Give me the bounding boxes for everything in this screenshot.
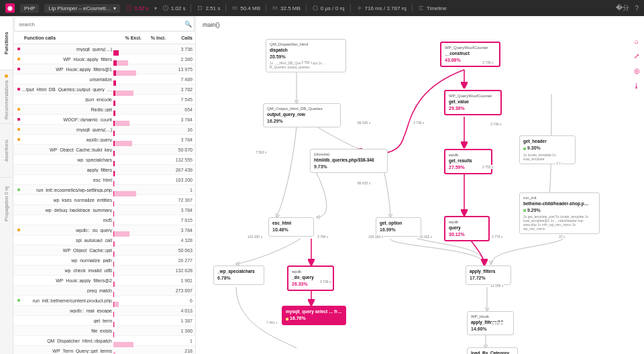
fn-name: Redis::get <box>21 107 113 112</box>
node-getoption[interactable]: get_option 16.99% <box>376 217 421 237</box>
node-applyfilters[interactable]: apply_filters 17.72% <box>466 266 511 285</box>
edge-label: 103 169 x <box>368 235 384 239</box>
node-eschtml[interactable]: esc_html 10.48% <box>268 217 314 237</box>
table-row[interactable]: apply_filters267 439 <box>13 165 195 175</box>
tab-functions[interactable]: Functions <box>0 16 13 70</box>
node-mysqliquery[interactable]: mysqli_query select … from w… 16.76% <box>282 306 346 325</box>
graph-title: main() <box>203 21 220 28</box>
header-calls[interactable]: Calls <box>166 36 193 40</box>
clock-icon <box>125 5 132 11</box>
table-row[interactable]: WP_Hook::apply_filters@21 901 <box>13 276 195 286</box>
metric-total-time[interactable]: 3.52 s <box>125 5 149 11</box>
tab-propagation[interactable]: Propagation 0 rq <box>0 177 13 231</box>
call-count: 4 328 <box>166 238 193 243</box>
topbar: ◉ PHP Lip Plumper – eCosmeti… ▾ 3.52 s ▾… <box>0 0 644 16</box>
svg-rect-3 <box>233 7 237 9</box>
status-dot <box>16 118 21 121</box>
table-body[interactable]: mysqli_query(…)3 736WP_Hook::apply_filte… <box>13 44 195 354</box>
chevron-down-icon[interactable]: ▾ <box>154 5 157 11</box>
call-count: 1 387 <box>166 318 193 323</box>
search-icon[interactable]: 🔍 <box>182 21 194 27</box>
call-graph[interactable]: main() <box>196 16 644 354</box>
table-row[interactable]: wp_kses_normalize_entities72 367 <box>13 195 195 205</box>
fn-name: WOOF::dynamic_count <box>21 117 113 122</box>
node-bottom[interactable]: load_By_Category <box>467 347 518 354</box>
node-getvalue[interactable]: WP_QueryWoofCounter get_value 29.30% <box>444 90 502 115</box>
table-row[interactable]: wpdb::_real_escape4 013 <box>13 306 195 316</box>
edge-label: 37 x <box>558 235 566 239</box>
share-icon[interactable]: �分 <box>616 3 629 13</box>
node-doquery[interactable]: wpdb _do_query 26.33% <box>287 266 334 291</box>
table-row[interactable]: WP_Hook::apply_filters@113 975 <box>13 64 195 74</box>
table-row[interactable]: wp_check_invalid_utf8132 628 <box>13 266 195 276</box>
call-count: 7 545 <box>166 97 193 102</box>
node-closure[interactable]: (closure) html/db_queries.php/338-340 9.… <box>310 149 388 173</box>
table-row[interactable]: WP_Object_Cache::get50 063 <box>13 245 195 255</box>
table-row[interactable]: json_encode7 545 <box>13 95 195 105</box>
table-row[interactable]: wpdb::query3 784 <box>13 135 195 145</box>
node-specialchars[interactable]: _wp_specialchars 6.78% <box>213 266 264 285</box>
table-row[interactable]: Redis::get654 <box>13 105 195 115</box>
fn-name: apply_filters <box>21 168 113 172</box>
project-title-chip[interactable]: Lip Plumper – eCosmeti… ▾ <box>44 4 119 13</box>
table-row[interactable]: spl_autoload_call4 328 <box>13 235 195 245</box>
table-row[interactable]: wp_normalize_path26 277 <box>13 255 195 266</box>
fn-name: run_init::ecosmetics/wp-settings.php <box>21 188 113 192</box>
table-row[interactable]: md57 815 <box>13 215 195 225</box>
cpu-icon <box>197 5 203 11</box>
table-row[interactable]: WOOF::dynamic_count3 784 <box>13 115 195 125</box>
fn-name: WP_Hook::apply_filters@2 <box>21 278 113 283</box>
node-getheader[interactable]: get_header 9.30% 1x locate_template 1x l… <box>519 135 576 164</box>
table-row[interactable]: unserialize7 489 <box>13 74 195 84</box>
table-row[interactable]: wp_debug_backtrace_summary3 784 <box>13 205 195 215</box>
table-row[interactable]: …tput_Html_DB_Queries::output_query_row3… <box>13 84 195 95</box>
download-icon[interactable]: ⭳ <box>632 80 641 90</box>
table-row[interactable]: wpdb::_do_query3 784 <box>13 225 195 235</box>
table-row[interactable]: run_init::ecosmetics/wp-settings.php1 <box>13 185 195 195</box>
home-icon[interactable]: ⌂ <box>632 36 641 46</box>
status-dot <box>16 128 21 131</box>
call-count: 6 <box>166 298 193 303</box>
table-row[interactable]: mysqli_query(…)3 736 <box>13 44 195 54</box>
table-row[interactable]: WP_Object_Cache::build_key50 070 <box>13 145 195 155</box>
graph-edges <box>196 16 644 354</box>
expand-icon[interactable]: ⤢ <box>632 51 641 60</box>
breadcrumb-chip[interactable]: PHP <box>20 4 39 13</box>
breadcrumb-provider: PHP <box>24 5 35 11</box>
table-row[interactable]: preg_match273 897 <box>13 286 195 296</box>
header-incl[interactable]: % Incl. <box>142 36 166 40</box>
table-row[interactable]: WP_Term_Query::get_terms218 <box>13 346 195 354</box>
header-name[interactable]: Function calls <box>21 36 113 40</box>
header-excl[interactable]: % Excl. <box>113 36 142 40</box>
call-count: 2 360 <box>166 57 193 62</box>
tab-assertions[interactable]: Assertions <box>0 123 13 177</box>
table-row[interactable]: _wp_specialchars132 555 <box>13 155 195 165</box>
table-row[interactable]: file_exists1 360 <box>13 326 195 336</box>
node-wphook[interactable]: WP_Hook apply_filters@1 14.60% <box>467 311 514 335</box>
fn-name: WP_Hook::apply_filters <box>21 57 113 62</box>
table-row[interactable]: WP_Hook::apply_filters2 360 <box>13 54 195 64</box>
search-input[interactable] <box>15 21 182 27</box>
table-row[interactable]: mysqli_query(…)16 <box>13 125 195 135</box>
node-outputrow[interactable]: QM_Output_Html_DB_Queries output_query_r… <box>263 103 341 127</box>
edge-label: 15 022 x <box>419 235 433 239</box>
search-box[interactable]: 🔍 <box>14 17 195 32</box>
app-logo[interactable]: ◉ <box>5 3 15 13</box>
edge-label: 1 x <box>555 161 561 165</box>
table-row[interactable]: esc_html103 200 <box>13 175 195 185</box>
fn-name: preg_match <box>21 288 113 293</box>
node-dispatch[interactable]: QM_Dispatcher_Html dispatch 20.59% 1x …_… <box>266 39 346 72</box>
timeline-link[interactable]: Timeline <box>418 5 447 11</box>
table-row[interactable]: get_term1 387 <box>13 316 195 326</box>
table-row[interactable]: QM_Dispatcher_Html::dispatch1 <box>13 336 195 346</box>
help-icon[interactable]: ? <box>635 5 639 12</box>
node-wpdbquery[interactable]: wpdb query 30.12% <box>444 216 490 241</box>
target-icon[interactable]: ◎ <box>632 66 641 75</box>
node-getresults[interactable]: wpdb get_results 27.59% <box>444 149 492 174</box>
table-row[interactable]: run_init::betheme/content-product.php6 <box>13 296 195 306</box>
call-count: 273 897 <box>166 288 193 293</box>
metric-net: 716 ms / 3 787 rq <box>356 5 407 11</box>
node-runinit[interactable]: run_init betheme-child/header-shop.p… 9.… <box>519 192 600 234</box>
tab-recommendations[interactable]: Recommendations <box>0 70 13 123</box>
svg-rect-2 <box>199 7 202 10</box>
